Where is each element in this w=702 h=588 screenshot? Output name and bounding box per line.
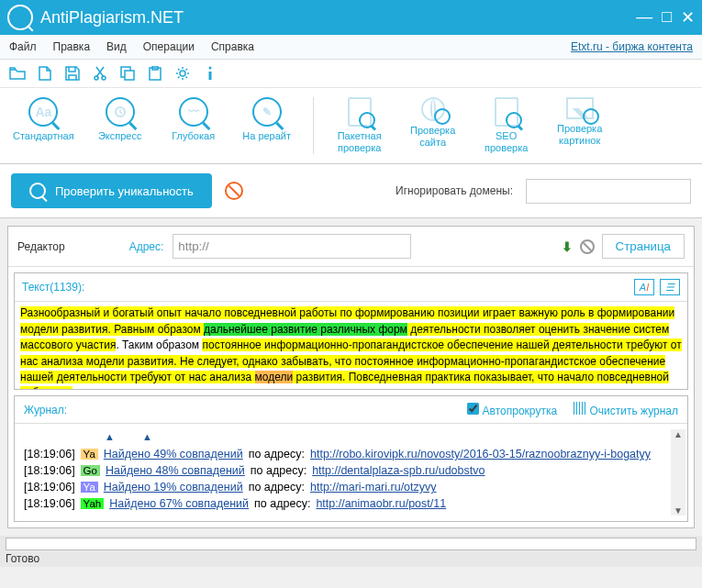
page-button[interactable]: Страница <box>602 234 685 259</box>
info-icon[interactable] <box>202 65 218 82</box>
new-icon[interactable] <box>37 65 53 82</box>
svg-point-6 <box>180 71 185 76</box>
ignore-domains-label: Игнорировать домены: <box>396 184 513 197</box>
editor-tab-label: Редактор <box>17 240 65 253</box>
open-icon[interactable] <box>9 65 26 82</box>
status-bar: Готово <box>0 536 702 567</box>
log-timestamp: [18:19:06] <box>24 464 75 477</box>
text-count-label: Текст(1139): <box>22 281 84 294</box>
log-panel: Журнал: Автопрокрутка Очистить журнал ▲▲… <box>14 395 688 522</box>
engine-badge: Yah <box>81 498 105 509</box>
menubar: Файл Правка Вид Операции Справка Etxt.ru… <box>0 35 702 60</box>
cut-icon[interactable] <box>92 65 108 82</box>
rewrite-check-button[interactable]: ✎ На рерайт <box>240 97 295 154</box>
editor-text[interactable]: Разнообразный и богатый опыт начало повс… <box>15 302 687 389</box>
minimize-button[interactable]: — <box>636 7 652 28</box>
editor-panel: Текст(1139): AI ☰ Разнообразный и богаты… <box>14 272 688 390</box>
match-link[interactable]: Найдено 49% совпадений <box>104 448 243 460</box>
cancel-load-icon[interactable] <box>580 239 595 254</box>
log-row: [18:19:06]YaНайдено 19% совпадений по ад… <box>24 481 678 494</box>
log-row: [18:19:06]GoНайдено 48% совпадений по ад… <box>24 464 678 477</box>
paste-icon[interactable] <box>147 65 163 82</box>
engine-badge: Go <box>81 465 100 476</box>
close-button[interactable]: ✕ <box>681 7 695 28</box>
express-check-button[interactable]: Экспресс <box>93 97 148 154</box>
engine-badge: Ya <box>81 449 98 460</box>
sort-arrows[interactable]: ▲▲ <box>24 431 678 448</box>
etxt-link[interactable]: Etxt.ru - биржа контента <box>571 40 693 53</box>
standard-check-button[interactable]: Aa Стандартная <box>13 97 74 154</box>
match-link[interactable]: Найдено 19% совпадений <box>104 481 243 494</box>
source-url[interactable]: http://animaobr.ru/post/11 <box>316 497 446 510</box>
match-link[interactable]: Найдено 67% совпадений <box>109 497 249 510</box>
search-icon <box>29 183 46 199</box>
file-toolbar <box>0 60 702 88</box>
check-toolbar: Aa Стандартная Экспресс 〰 Глубокая ✎ На … <box>0 88 702 164</box>
log-row: [18:19:06]YaНайдено 49% совпадений по ад… <box>24 448 678 460</box>
log-timestamp: [18:19:06] <box>24 497 75 510</box>
address-row: Редактор Адрес: ⬇ Страница <box>8 227 694 267</box>
log-label: Журнал: <box>24 404 67 416</box>
deep-check-button[interactable]: 〰 Глубокая <box>166 97 221 154</box>
log-timestamp: [18:19:06] <box>24 481 75 494</box>
status-text: Готово <box>6 552 696 565</box>
address-input[interactable] <box>173 234 411 259</box>
app-title: AntiPlagiarism.NET <box>40 8 184 28</box>
layout-icon[interactable]: ☰ <box>660 279 680 295</box>
seo-check-button[interactable]: SEO проверка <box>479 97 534 154</box>
menu-edit[interactable]: Правка <box>53 40 91 53</box>
site-check-button[interactable]: Проверка сайта <box>406 97 461 154</box>
check-uniqueness-button[interactable]: Проверить уникальность <box>11 173 212 208</box>
batch-check-button[interactable]: Пакетная проверка <box>332 97 387 154</box>
maximize-button[interactable]: □ <box>662 7 672 28</box>
stop-button[interactable] <box>225 182 243 200</box>
progress-bar <box>6 538 696 550</box>
log-row: [18:19:06]YahНайдено 67% совпадений по а… <box>24 497 678 510</box>
menu-file[interactable]: Файл <box>9 40 37 53</box>
titlebar: AntiPlagiarism.NET — □ ✕ <box>0 0 702 35</box>
main-panel: Редактор Адрес: ⬇ Страница Текст(1139): … <box>7 226 695 528</box>
save-icon[interactable] <box>64 65 81 82</box>
svg-point-7 <box>209 67 212 70</box>
broom-icon <box>574 402 586 415</box>
action-row: Проверить уникальность Игнорировать доме… <box>0 164 702 218</box>
address-label: Адрес: <box>129 240 164 253</box>
source-url[interactable]: http://dentalplaza-spb.ru/udobstvo <box>312 464 485 477</box>
source-url[interactable]: http://robo.kirovipk.ru/novosty/2016-03-… <box>310 448 651 460</box>
source-url[interactable]: http://mari-mari.ru/otzyvy <box>310 481 437 494</box>
copy-icon[interactable] <box>119 65 136 82</box>
menu-operations[interactable]: Операции <box>143 40 195 53</box>
svg-rect-8 <box>209 72 212 80</box>
svg-point-0 <box>95 76 98 80</box>
svg-point-1 <box>102 76 106 80</box>
menu-view[interactable]: Вид <box>106 40 127 53</box>
settings-icon[interactable] <box>174 65 191 82</box>
autoscroll-checkbox[interactable]: Автопрокрутка <box>467 403 557 417</box>
image-check-button[interactable]: Проверка картинок <box>552 97 607 154</box>
svg-rect-3 <box>125 71 134 80</box>
download-icon[interactable]: ⬇ <box>562 239 573 254</box>
menu-help[interactable]: Справка <box>211 40 254 53</box>
clear-log-button[interactable]: Очистить журнал <box>574 402 678 417</box>
log-body: ▲▲ [18:19:06]YaНайдено 49% совпадений по… <box>15 424 687 521</box>
engine-badge: Ya <box>81 482 98 493</box>
format-text-icon[interactable]: AI <box>634 279 654 295</box>
log-timestamp: [18:19:06] <box>24 448 75 460</box>
app-logo-icon <box>7 5 33 30</box>
log-scrollbar[interactable]: ▲▼ <box>671 429 685 516</box>
ignore-domains-input[interactable] <box>526 179 691 204</box>
match-link[interactable]: Найдено 48% совпадений <box>106 464 245 477</box>
